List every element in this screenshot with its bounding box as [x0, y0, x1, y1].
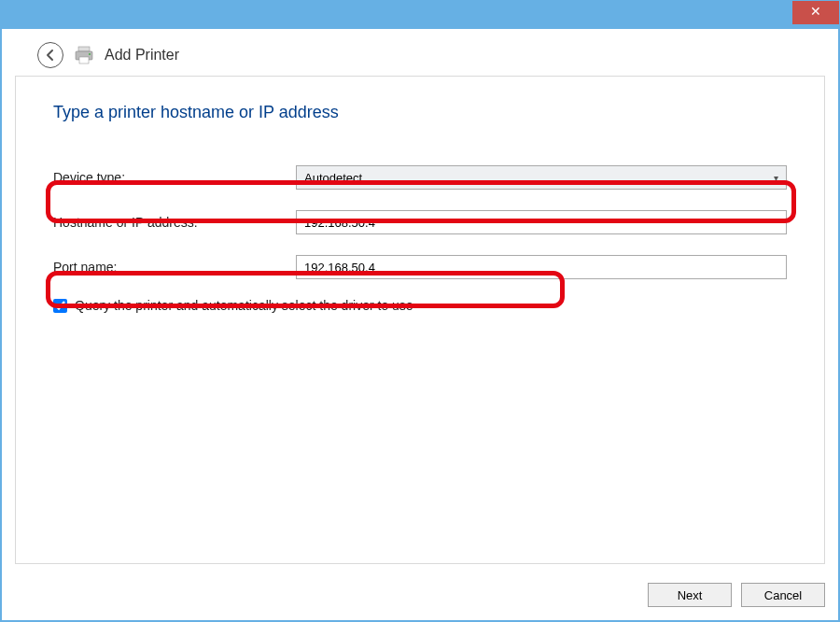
svg-rect-2	[79, 57, 89, 64]
row-port-name: Port name:	[53, 253, 787, 281]
printer-icon	[73, 44, 95, 66]
label-hostname: Hostname or IP address:	[53, 215, 296, 230]
chevron-down-icon: ▾	[774, 173, 778, 183]
label-port-name: Port name:	[53, 260, 296, 275]
label-device-type: Device type:	[53, 170, 296, 185]
next-button[interactable]: Next	[648, 583, 732, 607]
titlebar: ✕	[1, 1, 839, 29]
close-icon: ✕	[810, 4, 821, 19]
device-type-select[interactable]: Autodetect ▾	[296, 165, 787, 190]
client-area: Add Printer Type a printer hostname or I…	[2, 29, 838, 620]
back-button[interactable]	[37, 42, 63, 68]
window-frame: ✕ Add Printer Type a printer hostname o	[0, 0, 840, 622]
wizard-title: Add Printer	[105, 47, 179, 64]
close-button[interactable]: ✕	[792, 1, 839, 24]
back-arrow-icon	[44, 49, 57, 62]
query-printer-label[interactable]: Query the printer and automatically sele…	[75, 298, 413, 313]
port-name-input[interactable]	[296, 255, 787, 279]
device-type-value: Autodetect	[304, 171, 362, 185]
cancel-button[interactable]: Cancel	[741, 583, 825, 607]
button-bar: Next Cancel	[648, 583, 825, 607]
nav-strip: Add Printer	[2, 29, 838, 72]
hostname-input[interactable]	[296, 210, 787, 234]
row-query-checkbox: Query the printer and automatically sele…	[53, 298, 787, 313]
page-heading: Type a printer hostname or IP address	[53, 103, 787, 122]
wizard-panel: Type a printer hostname or IP address De…	[15, 76, 825, 564]
row-hostname: Hostname or IP address:	[53, 208, 787, 236]
row-device-type: Device type: Autodetect ▾	[53, 163, 787, 191]
svg-point-3	[89, 53, 91, 55]
query-printer-checkbox[interactable]	[53, 299, 67, 313]
svg-rect-0	[78, 47, 90, 51]
